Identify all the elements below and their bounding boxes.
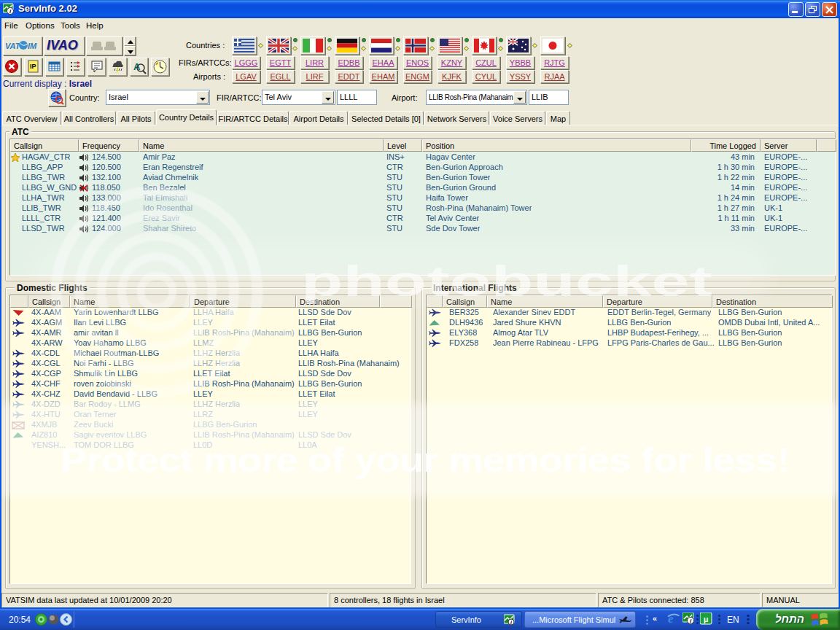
- svg-text:IM: IM: [28, 42, 37, 50]
- svg-text:μ: μ: [704, 615, 709, 623]
- svg-text:IP: IP: [30, 63, 36, 70]
- svg-text:VAT: VAT: [5, 42, 21, 50]
